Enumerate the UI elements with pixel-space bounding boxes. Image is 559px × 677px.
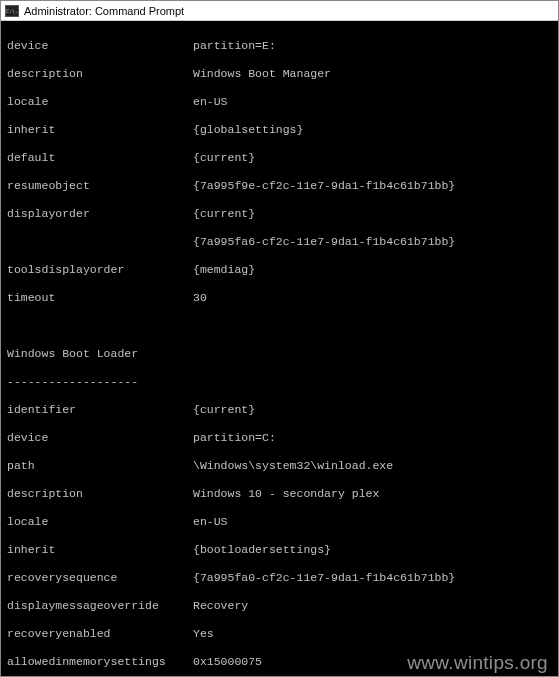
key-device: device bbox=[7, 39, 193, 53]
watermark-text: www.wintips.org bbox=[407, 656, 548, 670]
key-displaymessageoverride: displaymessageoverride bbox=[7, 599, 193, 613]
key-blank bbox=[7, 235, 193, 249]
val-recoveryenabled: Yes bbox=[193, 627, 214, 641]
val-recoverysequence: {7a995fa0-cf2c-11e7-9da1-f1b4c61b71bb} bbox=[193, 571, 455, 585]
key-description: description bbox=[7, 487, 193, 501]
val-description: Windows Boot Manager bbox=[193, 67, 331, 81]
key-timeout: timeout bbox=[7, 291, 193, 305]
val-allowedinmemorysettings: 0x15000075 bbox=[193, 655, 262, 669]
key-toolsdisplayorder: toolsdisplayorder bbox=[7, 263, 193, 277]
val-identifier: {current} bbox=[193, 403, 255, 417]
section-dashes-1: ------------------- bbox=[7, 375, 552, 389]
val-inherit: {bootloadersettings} bbox=[193, 543, 331, 557]
key-locale: locale bbox=[7, 95, 193, 109]
key-device: device bbox=[7, 431, 193, 445]
val-displaymessageoverride: Recovery bbox=[193, 599, 248, 613]
val-displayorder1: {current} bbox=[193, 207, 255, 221]
val-locale: en-US bbox=[193, 515, 228, 529]
key-resumeobject: resumeobject bbox=[7, 179, 193, 193]
val-toolsdisplayorder: {memdiag} bbox=[193, 263, 255, 277]
key-displayorder: displayorder bbox=[7, 207, 193, 221]
val-path: \Windows\system32\winload.exe bbox=[193, 459, 393, 473]
key-inherit: inherit bbox=[7, 543, 193, 557]
key-allowedinmemorysettings: allowedinmemorysettings bbox=[7, 655, 193, 669]
cmd-icon: C:\. bbox=[5, 5, 19, 17]
key-description: description bbox=[7, 67, 193, 81]
val-displayorder2: {7a995fa6-cf2c-11e7-9da1-f1b4c61b71bb} bbox=[193, 235, 455, 249]
val-locale: en-US bbox=[193, 95, 228, 109]
val-inherit: {globalsettings} bbox=[193, 123, 303, 137]
key-locale: locale bbox=[7, 515, 193, 529]
val-resumeobject: {7a995f9e-cf2c-11e7-9da1-f1b4c61b71bb} bbox=[193, 179, 455, 193]
key-path: path bbox=[7, 459, 193, 473]
window-titlebar[interactable]: C:\. Administrator: Command Prompt bbox=[1, 1, 558, 21]
key-recoveryenabled: recoveryenabled bbox=[7, 627, 193, 641]
key-recoverysequence: recoverysequence bbox=[7, 571, 193, 585]
val-device: partition=E: bbox=[193, 39, 276, 53]
window-title: Administrator: Command Prompt bbox=[24, 5, 184, 17]
key-inherit: inherit bbox=[7, 123, 193, 137]
console-output: devicepartition=E: descriptionWindows Bo… bbox=[1, 21, 558, 676]
val-description: Windows 10 - secondary plex bbox=[193, 487, 379, 501]
key-default: default bbox=[7, 151, 193, 165]
section-header-1: Windows Boot Loader bbox=[7, 347, 552, 361]
val-device: partition=C: bbox=[193, 431, 276, 445]
key-identifier: identifier bbox=[7, 403, 193, 417]
val-timeout: 30 bbox=[193, 291, 207, 305]
val-default: {current} bbox=[193, 151, 255, 165]
